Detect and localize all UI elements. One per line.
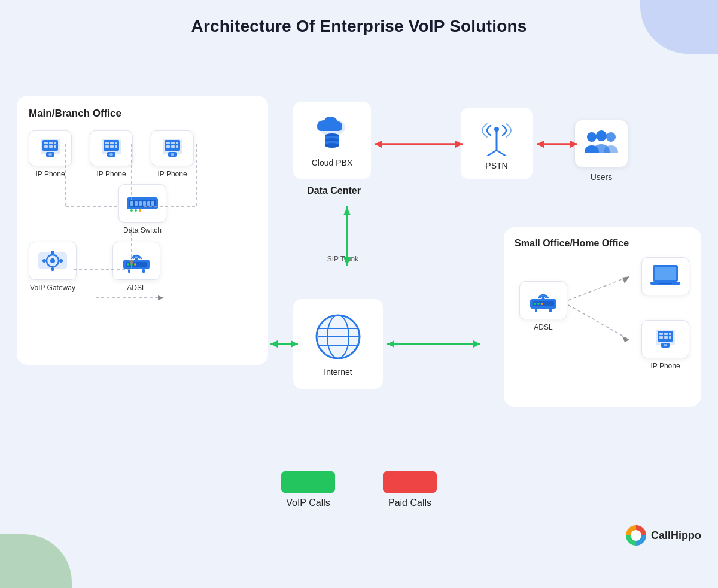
svg-rect-16 xyxy=(110,145,114,148)
svg-point-94 xyxy=(494,127,499,132)
svg-rect-3 xyxy=(49,142,53,144)
svg-point-98 xyxy=(587,132,597,142)
svg-rect-122 xyxy=(664,336,668,339)
callhippo-brand: CallHippo xyxy=(626,525,701,546)
svg-rect-23 xyxy=(171,142,175,144)
ip-phone-2-icon-box xyxy=(90,130,133,166)
svg-point-125 xyxy=(664,344,667,346)
svg-marker-86 xyxy=(270,340,278,348)
svg-rect-7 xyxy=(54,145,56,148)
voip-gateway-icon-box xyxy=(29,242,77,280)
svg-rect-110 xyxy=(535,309,537,312)
ip-phone-small-node: IP Phone xyxy=(641,320,689,370)
svg-rect-6 xyxy=(49,145,53,148)
svg-rect-34 xyxy=(139,201,142,206)
data-switch-icon xyxy=(126,191,159,215)
cloud-pbx-card: Cloud PBX xyxy=(293,102,371,179)
voip-calls-legend-label: VoIP Calls xyxy=(286,498,330,508)
svg-rect-26 xyxy=(171,145,175,148)
pstn-card: PSTN xyxy=(461,108,533,179)
laptop-icon xyxy=(648,263,683,290)
svg-rect-59 xyxy=(142,269,145,273)
ip-phone-2: IP Phone xyxy=(90,130,133,178)
ip-phone-small-icon xyxy=(653,328,677,350)
svg-rect-4 xyxy=(54,142,56,144)
svg-point-107 xyxy=(534,303,536,305)
voip-gateway: VoIP Gateway xyxy=(29,242,77,292)
svg-rect-25 xyxy=(166,145,170,148)
ip-phone-icon-3 xyxy=(160,138,184,159)
svg-rect-58 xyxy=(128,269,130,273)
main-office-box: Main/Branch Office xyxy=(17,96,268,365)
svg-point-39 xyxy=(135,209,137,212)
svg-marker-102 xyxy=(537,141,544,148)
data-switch: Data Switch xyxy=(118,184,166,234)
svg-point-108 xyxy=(537,303,540,305)
ip-phone-icon-1 xyxy=(38,138,62,159)
laptop-node xyxy=(641,257,689,295)
svg-rect-33 xyxy=(135,201,138,206)
cloud-pbx-icon xyxy=(311,114,353,153)
data-center-label: Data Center xyxy=(286,185,382,196)
adsl-small-icon xyxy=(527,287,560,313)
svg-marker-77 xyxy=(343,206,351,215)
page-title: Architecture Of Enterprise VoIP Solution… xyxy=(0,0,718,36)
diagram-area: Main/Branch Office xyxy=(0,42,718,556)
pbx-pstn-arrow xyxy=(372,136,465,152)
internet-card: Internet xyxy=(293,299,383,389)
svg-line-93 xyxy=(497,150,506,156)
cloud-pbx-label: Cloud PBX xyxy=(312,158,352,167)
ip-phone-2-label: IP Phone xyxy=(96,170,126,178)
adsl-main-icon-box xyxy=(112,242,160,280)
svg-point-47 xyxy=(50,258,55,263)
svg-marker-96 xyxy=(375,141,382,148)
pstn-icon xyxy=(477,117,516,156)
svg-point-75 xyxy=(325,143,339,148)
ip-phone-1: IP Phone xyxy=(29,130,72,178)
svg-point-99 xyxy=(596,130,607,141)
adsl-small-label: ADSL xyxy=(534,323,552,331)
adsl-main-icon xyxy=(120,248,153,274)
voip-gateway-icon xyxy=(36,248,69,274)
ip-phone-1-icon-box xyxy=(29,130,72,166)
sip-trunk-label: SIP Trunk xyxy=(322,255,364,263)
svg-rect-12 xyxy=(105,142,109,144)
legend: VoIP Calls Paid Calls xyxy=(281,471,437,508)
callhippo-logo-circle xyxy=(626,525,646,546)
svg-rect-123 xyxy=(669,336,671,339)
svg-rect-14 xyxy=(115,142,117,144)
svg-rect-113 xyxy=(655,267,676,280)
svg-point-100 xyxy=(606,132,616,142)
svg-rect-37 xyxy=(151,201,154,206)
svg-rect-115 xyxy=(659,283,672,284)
svg-rect-118 xyxy=(659,333,663,335)
svg-rect-2 xyxy=(44,142,48,144)
users-node: Users xyxy=(574,120,628,182)
ip-phone-icon-2 xyxy=(99,138,123,159)
users-label: Users xyxy=(591,172,613,182)
svg-point-55 xyxy=(127,263,129,266)
switch-row: Data Switch xyxy=(29,184,256,234)
svg-rect-5 xyxy=(44,145,48,148)
svg-point-9 xyxy=(48,153,52,156)
ip-phone-3: IP Phone xyxy=(151,130,194,178)
ip-phone-3-icon-box xyxy=(151,130,194,166)
voip-calls-rect xyxy=(281,471,335,493)
svg-point-49 xyxy=(59,259,63,263)
svg-rect-120 xyxy=(669,333,671,335)
svg-rect-17 xyxy=(115,145,117,148)
svg-point-50 xyxy=(51,251,54,254)
svg-point-106 xyxy=(542,297,545,300)
svg-line-128 xyxy=(568,305,629,340)
bottom-row: VoIP Gateway xyxy=(29,242,256,292)
callhippo-logo-inner xyxy=(631,530,641,541)
small-office-box: Small Office/Home Office ADSL xyxy=(504,227,701,407)
pstn-users-arrow xyxy=(534,136,580,152)
svg-point-54 xyxy=(135,258,138,261)
svg-rect-32 xyxy=(130,201,133,206)
ip-phone-1-label: IP Phone xyxy=(35,170,65,178)
svg-point-29 xyxy=(171,153,174,156)
ip-phone-3-label: IP Phone xyxy=(157,170,187,178)
svg-rect-36 xyxy=(147,201,150,206)
paid-calls-legend: Paid Calls xyxy=(383,471,437,508)
